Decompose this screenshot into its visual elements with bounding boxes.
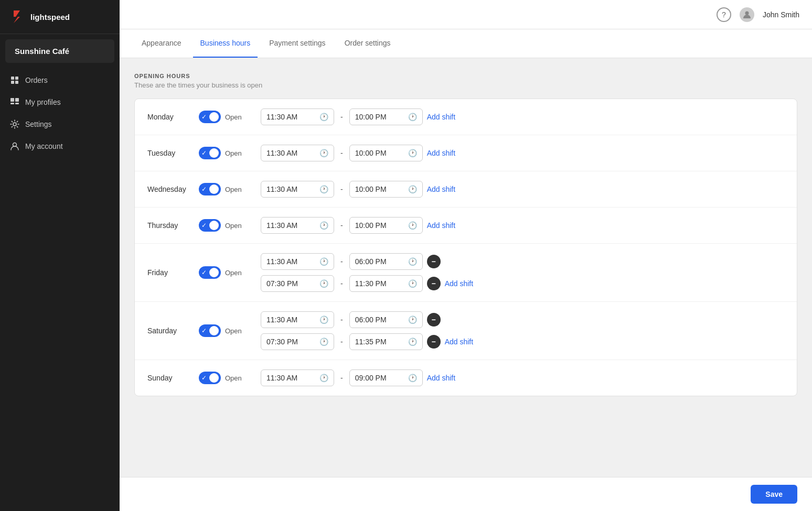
hours-card: Monday ✓ Open 11:30 AM 🕐 - — [134, 99, 797, 396]
orders-icon — [9, 75, 20, 85]
svg-rect-5 — [10, 98, 14, 102]
day-row-sunday: Sunday ✓ Open 11:30 AM 🕐 - — [135, 360, 797, 396]
dash: - — [338, 374, 345, 382]
tab-business-hours[interactable]: Business hours — [193, 29, 258, 58]
thursday-start-1[interactable]: 11:30 AM 🕐 — [261, 217, 334, 234]
tuesday-start-1[interactable]: 11:30 AM 🕐 — [261, 145, 334, 161]
tab-appearance[interactable]: Appearance — [134, 29, 189, 58]
clock-icon: 🕐 — [319, 279, 328, 288]
monday-end-1[interactable]: 10:00 PM 🕐 — [349, 108, 423, 125]
day-row-saturday: Saturday ✓ Open 11:30 AM 🕐 - — [135, 302, 797, 360]
day-row-thursday: Thursday ✓ Open 11:30 AM 🕐 - — [135, 208, 797, 244]
monday-add-shift[interactable]: Add shift — [427, 111, 455, 123]
saturday-shift-1: 11:30 AM 🕐 - 06:00 PM 🕐 − — [261, 311, 784, 328]
help-button[interactable]: ? — [717, 7, 731, 22]
tuesday-toggle-check: ✓ — [201, 150, 207, 156]
tuesday-shifts: 11:30 AM 🕐 - 10:00 PM 🕐 Add shift — [261, 145, 784, 161]
clock-icon: 🕐 — [319, 338, 328, 346]
friday-add-shift[interactable]: Add shift — [445, 277, 473, 290]
account-icon — [9, 141, 20, 151]
clock-icon: 🕐 — [408, 113, 417, 121]
friday-remove-shift-2[interactable]: − — [427, 277, 441, 290]
thursday-toggle[interactable]: ✓ — [199, 219, 221, 232]
saturday-end-2[interactable]: 11:35 PM 🕐 — [349, 333, 423, 350]
saturday-add-shift[interactable]: Add shift — [445, 335, 473, 348]
friday-start-1[interactable]: 11:30 AM 🕐 — [261, 253, 334, 270]
section-title: OPENING HOURS — [134, 73, 797, 79]
sunday-end-1[interactable]: 09:00 PM 🕐 — [349, 369, 423, 386]
tuesday-toggle[interactable]: ✓ — [199, 147, 221, 159]
clock-icon: 🕐 — [319, 221, 328, 230]
svg-rect-8 — [15, 103, 19, 104]
saturday-toggle[interactable]: ✓ — [199, 324, 221, 337]
dash: - — [338, 279, 345, 288]
sunday-open-label: Open — [225, 374, 242, 382]
wednesday-shift-1: 11:30 AM 🕐 - 10:00 PM 🕐 Add shift — [261, 181, 784, 198]
tuesday-end-1[interactable]: 10:00 PM 🕐 — [349, 145, 423, 161]
day-tuesday: Tuesday — [147, 149, 195, 157]
saturday-start-1[interactable]: 11:30 AM 🕐 — [261, 311, 334, 328]
saturday-start-2[interactable]: 07:30 PM 🕐 — [261, 333, 334, 350]
my-account-label: My account — [25, 142, 63, 150]
monday-start-1[interactable]: 11:30 AM 🕐 — [261, 108, 334, 125]
save-button[interactable]: Save — [751, 485, 797, 504]
friday-end-2[interactable]: 11:30 PM 🕐 — [349, 275, 423, 292]
sunday-toggle-check: ✓ — [201, 375, 207, 381]
saturday-end-1[interactable]: 06:00 PM 🕐 — [349, 311, 423, 328]
lightspeed-logo-icon — [9, 8, 26, 25]
settings-label: Settings — [25, 120, 52, 128]
tuesday-add-shift[interactable]: Add shift — [427, 147, 455, 159]
clock-icon: 🕐 — [319, 257, 328, 266]
svg-rect-7 — [10, 103, 14, 104]
monday-open-label: Open — [225, 113, 242, 121]
thursday-end-1[interactable]: 10:00 PM 🕐 — [349, 217, 423, 234]
tab-payment-settings[interactable]: Payment settings — [262, 29, 333, 58]
monday-shift-1: 11:30 AM 🕐 - 10:00 PM 🕐 Add shift — [261, 108, 784, 125]
svg-marker-0 — [14, 10, 20, 23]
profiles-icon — [9, 97, 20, 107]
main-area: ? John Smith Appearance Business hours P… — [120, 0, 812, 511]
friday-end-1[interactable]: 06:00 PM 🕐 — [349, 253, 423, 270]
wednesday-end-1[interactable]: 10:00 PM 🕐 — [349, 181, 423, 198]
section-subtitle: These are the times your business is ope… — [134, 81, 797, 89]
sunday-toggle-wrap: ✓ Open — [199, 372, 257, 384]
monday-toggle-check: ✓ — [201, 114, 207, 120]
sidebar-item-settings[interactable]: Settings — [0, 113, 120, 135]
wednesday-toggle[interactable]: ✓ — [199, 183, 221, 195]
dash: - — [338, 338, 345, 346]
sidebar-item-orders[interactable]: Orders — [0, 69, 120, 91]
friday-remove-shift-1[interactable]: − — [427, 255, 441, 268]
cafe-name[interactable]: Sunshine Café — [5, 39, 114, 63]
sunday-toggle[interactable]: ✓ — [199, 372, 221, 384]
friday-toggle-check: ✓ — [201, 269, 207, 276]
monday-shifts: 11:30 AM 🕐 - 10:00 PM 🕐 Add shift — [261, 108, 784, 125]
monday-toggle[interactable]: ✓ — [199, 111, 221, 123]
sidebar-item-my-account[interactable]: My account — [0, 135, 120, 157]
saturday-remove-shift-2[interactable]: − — [427, 335, 441, 349]
day-row-wednesday: Wednesday ✓ Open 11:30 AM 🕐 - — [135, 171, 797, 208]
thursday-add-shift[interactable]: Add shift — [427, 219, 455, 232]
sidebar-item-my-profiles[interactable]: My profiles — [0, 91, 120, 113]
svg-rect-6 — [15, 98, 19, 102]
dash: - — [338, 113, 345, 121]
clock-icon: 🕐 — [319, 185, 328, 193]
dash: - — [338, 221, 345, 230]
clock-icon: 🕐 — [408, 149, 417, 157]
clock-icon: 🕐 — [408, 221, 417, 230]
tabs-bar: Appearance Business hours Payment settin… — [120, 29, 812, 58]
saturday-remove-shift-1[interactable]: − — [427, 313, 441, 327]
wednesday-start-1[interactable]: 11:30 AM 🕐 — [261, 181, 334, 198]
day-thursday: Thursday — [147, 221, 195, 230]
sunday-start-1[interactable]: 11:30 AM 🕐 — [261, 369, 334, 386]
svg-rect-3 — [11, 81, 14, 84]
sunday-shifts: 11:30 AM 🕐 - 09:00 PM 🕐 Add shift — [261, 369, 784, 386]
friday-start-2[interactable]: 07:30 PM 🕐 — [261, 275, 334, 292]
settings-icon — [9, 119, 20, 129]
tab-order-settings[interactable]: Order settings — [337, 29, 398, 58]
sunday-add-shift[interactable]: Add shift — [427, 372, 455, 384]
day-saturday: Saturday — [147, 327, 195, 335]
friday-toggle[interactable]: ✓ — [199, 266, 221, 279]
tuesday-toggle-wrap: ✓ Open — [199, 147, 257, 159]
wednesday-add-shift[interactable]: Add shift — [427, 183, 455, 195]
header: ? John Smith — [120, 0, 812, 29]
